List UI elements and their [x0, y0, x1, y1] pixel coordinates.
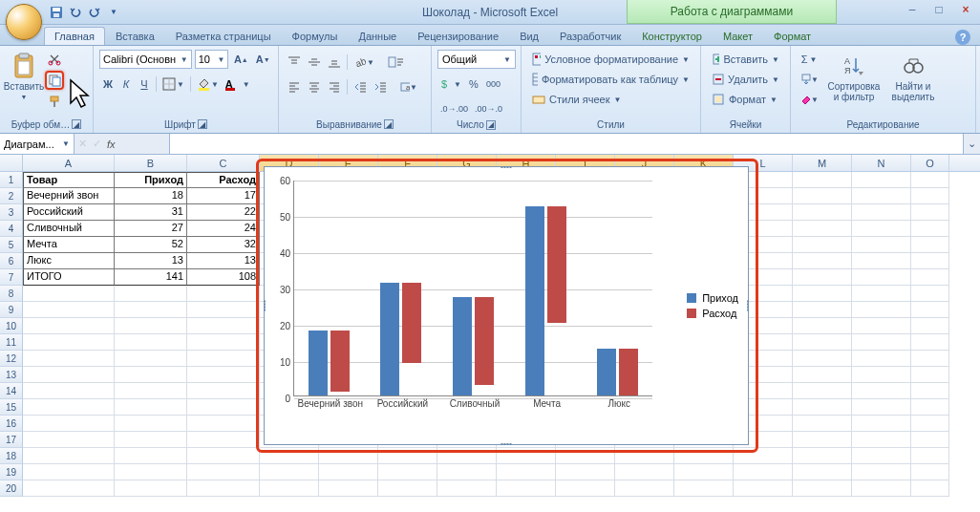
cell[interactable] [319, 480, 378, 497]
cell[interactable] [378, 480, 437, 497]
cell[interactable] [852, 432, 911, 448]
cell[interactable]: Российский [23, 204, 115, 221]
align-middle-button[interactable] [305, 53, 324, 72]
cell[interactable] [556, 480, 615, 497]
format-cells-button[interactable]: Формат▼ [707, 90, 784, 109]
undo-icon[interactable] [67, 4, 84, 21]
italic-button[interactable]: К [117, 75, 135, 94]
cell[interactable]: Люкс [23, 253, 115, 269]
formula-input[interactable] [170, 134, 963, 154]
comma-button[interactable]: 000 [483, 75, 503, 94]
cell[interactable] [187, 334, 260, 351]
cell[interactable] [187, 351, 260, 367]
row-header[interactable]: 18 [0, 448, 23, 464]
name-box[interactable]: Диаграм...▼ [0, 134, 75, 154]
align-left-button[interactable] [285, 77, 304, 96]
cell[interactable] [556, 448, 615, 464]
font-launcher[interactable]: ◢ [198, 119, 207, 129]
cell[interactable] [23, 480, 115, 497]
cell[interactable] [852, 172, 911, 188]
cell[interactable] [115, 480, 187, 497]
row-header[interactable]: 9 [0, 302, 23, 318]
save-icon[interactable] [48, 4, 65, 21]
cell[interactable]: 24 [187, 221, 260, 237]
tab-insert[interactable]: Вставка [105, 27, 165, 45]
cell[interactable] [911, 237, 949, 253]
cell[interactable] [437, 448, 497, 464]
cell[interactable] [23, 464, 115, 480]
cell[interactable] [793, 351, 852, 367]
cell[interactable] [911, 367, 949, 383]
cell[interactable] [852, 221, 911, 237]
cell[interactable] [615, 448, 674, 464]
cell[interactable]: ИТОГО [23, 269, 115, 286]
paste-button[interactable]: Вставить ▼ [6, 50, 42, 113]
cell[interactable]: 13 [115, 253, 187, 269]
cell[interactable] [115, 448, 187, 464]
cell[interactable] [319, 464, 378, 480]
cell[interactable]: 22 [187, 204, 260, 221]
cell[interactable]: 108 [187, 269, 260, 286]
cell[interactable] [115, 416, 187, 432]
merge-button[interactable]: a▼ [397, 77, 420, 96]
cell[interactable] [793, 416, 852, 432]
cell[interactable] [793, 237, 852, 253]
cell[interactable] [793, 383, 852, 399]
cell[interactable] [852, 383, 911, 399]
cell[interactable] [793, 399, 852, 416]
cell[interactable] [23, 318, 115, 334]
cell[interactable] [852, 253, 911, 269]
cell[interactable] [793, 432, 852, 448]
decrease-indent-button[interactable] [351, 77, 370, 96]
decrease-decimal-button[interactable]: .00→.0 [472, 99, 505, 118]
cell[interactable] [852, 318, 911, 334]
cell[interactable] [23, 286, 115, 302]
cell[interactable] [187, 318, 260, 334]
cell[interactable]: Вечерний звон [23, 188, 115, 204]
increase-decimal-button[interactable]: .0→.00 [437, 99, 471, 118]
column-header[interactable]: N [852, 155, 911, 171]
cell[interactable] [911, 334, 949, 351]
cell[interactable] [260, 480, 319, 497]
cell[interactable] [911, 221, 949, 237]
tab-view[interactable]: Вид [509, 27, 549, 45]
chart-bar[interactable] [330, 331, 350, 393]
cell[interactable] [187, 383, 260, 399]
cell[interactable] [260, 448, 319, 464]
align-bottom-button[interactable] [325, 53, 344, 72]
chart-bar[interactable] [309, 331, 328, 395]
cell[interactable] [793, 448, 852, 464]
cell[interactable] [911, 302, 949, 318]
fx-cancel-icon[interactable]: ✕ [78, 138, 87, 150]
tab-chart-layout[interactable]: Макет [713, 27, 763, 45]
chart-legend[interactable]: ПриходРасход [687, 288, 738, 323]
cell[interactable] [734, 448, 793, 464]
font-size-combo[interactable]: 10▼ [195, 50, 229, 69]
row-header[interactable]: 13 [0, 367, 23, 383]
cell[interactable] [911, 286, 949, 302]
tab-data[interactable]: Данные [348, 27, 407, 45]
cell[interactable] [852, 351, 911, 367]
tab-home[interactable]: Главная [44, 27, 105, 45]
cell[interactable] [911, 204, 949, 221]
cell[interactable] [852, 269, 911, 286]
grow-font-button[interactable]: A▲ [231, 50, 250, 69]
cell[interactable] [556, 464, 615, 480]
cell[interactable] [187, 448, 260, 464]
cell[interactable] [911, 416, 949, 432]
find-select-button[interactable]: Найти и выделить [886, 50, 940, 113]
cell[interactable] [852, 448, 911, 464]
chart-bar[interactable] [525, 206, 544, 395]
cell[interactable] [187, 464, 260, 480]
cell[interactable] [187, 399, 260, 416]
chart-bar[interactable] [475, 297, 494, 384]
row-header[interactable]: 4 [0, 221, 23, 237]
legend-item[interactable]: Расход [687, 308, 738, 319]
cell[interactable] [852, 302, 911, 318]
bold-button[interactable]: Ж [99, 75, 117, 94]
cell[interactable] [378, 448, 437, 464]
tab-page-layout[interactable]: Разметка страницы [165, 27, 282, 45]
column-header[interactable]: O [911, 155, 949, 171]
cell[interactable] [793, 188, 852, 204]
cell[interactable] [911, 269, 949, 286]
